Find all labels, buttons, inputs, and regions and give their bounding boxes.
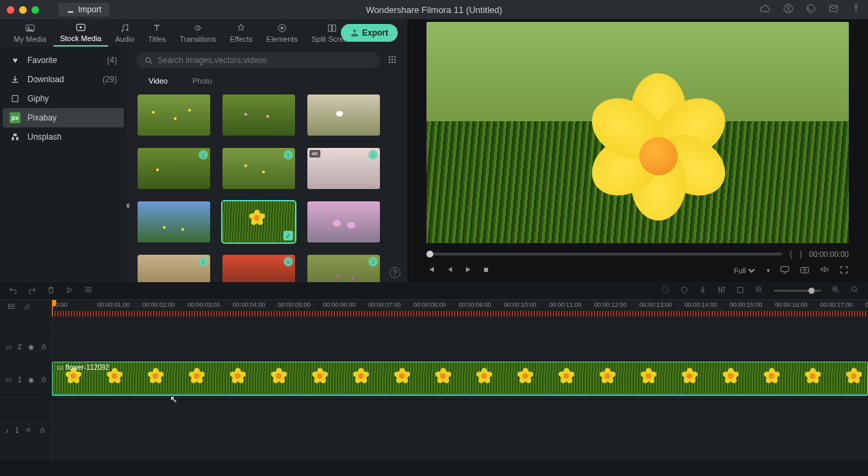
mute-icon[interactable] [25,426,33,435]
svg-point-34 [721,290,722,292]
media-thumb[interactable]: ↓ [307,255,380,282]
window-controls [7,6,39,14]
sidebar-item-download[interactable]: Download (29) [0,70,127,89]
zoom-in-icon[interactable] [831,285,841,297]
subtab-video[interactable]: Video [136,74,180,88]
quality-select[interactable]: Full [731,266,757,275]
svg-rect-12 [328,25,331,31]
track-content[interactable] [52,334,868,360]
visibility-icon[interactable]: ◉ [28,376,34,384]
media-thumb[interactable]: ↓ [138,148,210,189]
import-button[interactable]: Import [58,3,110,16]
media-thumb[interactable]: ↓ [222,148,295,189]
media-thumb[interactable]: 4K↓ [307,148,380,189]
media-thumb[interactable] [307,201,380,242]
volume-icon[interactable] [819,264,830,277]
support-icon[interactable] [806,3,816,16]
progress-knob[interactable] [426,251,433,258]
timecode: 00:00:00:00 [809,250,849,258]
sidebar-item-giphy[interactable]: Giphy [0,89,127,108]
stock-sidebar: ♥ Favorite (4) Download (29) Giphy px Pi… [0,47,127,282]
subtab-photo[interactable]: Photo [180,74,225,88]
media-thumb[interactable] [138,95,210,136]
timeline-panel: 00:0000:00:01:0000:00:02:0000:00:03:0000… [0,282,868,476]
collapse-sidebar-icon[interactable]: ◀ [127,201,129,209]
media-thumb[interactable]: ↓ [222,255,295,282]
tab-my-media[interactable]: My Media [7,20,53,46]
track-content[interactable] [52,418,868,443]
grid-view-icon[interactable] [387,54,398,67]
fullscreen-icon[interactable] [839,265,849,277]
search-input[interactable] [157,55,372,65]
svg-point-35 [723,287,724,288]
mark-in-icon[interactable]: { [789,249,792,259]
video-clip[interactable]: ▭flower-112092 [52,362,868,396]
sidebar-item-favorite[interactable]: ♥ Favorite (4) [0,51,127,70]
link-icon[interactable] [23,303,31,314]
tab-stock-media[interactable]: Stock Media [53,19,109,47]
stop-icon[interactable] [482,266,490,276]
undo-icon[interactable] [8,285,18,297]
visibility-icon[interactable]: ◉ [28,343,34,351]
edit-menu-icon[interactable] [84,285,93,297]
snapshot-icon[interactable] [800,264,810,277]
media-thumb-selected[interactable]: ✓ [222,201,295,242]
timeline-toolbar [0,282,868,300]
split-icon[interactable] [65,286,74,297]
account-icon[interactable] [783,3,793,16]
display-icon[interactable] [780,264,790,277]
media-thumb[interactable]: ↓ [138,255,210,282]
svg-point-30 [67,291,68,292]
export-button[interactable]: Export [341,24,398,42]
lock-icon[interactable] [40,343,47,351]
lock-icon[interactable] [39,427,46,435]
media-thumb[interactable] [138,201,210,242]
download-badge-icon: ↓ [199,150,208,160]
tab-effects[interactable]: Effects [223,20,259,46]
tab-audio[interactable]: Audio [108,20,141,46]
render-icon[interactable] [661,285,670,297]
download-badge-icon: ↓ [199,257,208,266]
preview-video[interactable] [426,22,849,243]
media-thumb[interactable] [307,95,380,136]
svg-point-18 [394,55,396,58]
minimize-window-button[interactable] [19,6,27,14]
help-icon[interactable]: ? [390,267,400,278]
zoom-slider[interactable] [774,290,821,292]
tab-titles[interactable]: Titles [141,20,173,46]
video-track-icon: ▭ [5,376,12,384]
track-content[interactable]: ▭flower-112092 [52,360,868,399]
close-window-button[interactable] [7,6,14,14]
search-box[interactable] [136,52,380,68]
notifications-icon[interactable] [851,3,861,16]
zoom-knob[interactable] [808,288,815,294]
marker-icon[interactable] [680,286,689,297]
lock-icon[interactable] [40,376,47,384]
mark-out-icon[interactable]: } [800,249,802,259]
sidebar-item-unsplash[interactable]: Unsplash [0,127,127,147]
maximize-window-button[interactable] [31,6,39,14]
svg-rect-42 [42,346,45,349]
zoom-fit-icon[interactable] [850,285,860,297]
preview-progress[interactable] [426,253,782,255]
sidebar-item-pixabay[interactable]: px Pixabay [3,108,124,127]
zoom-out-icon[interactable] [754,285,764,297]
mixer-icon[interactable] [717,285,726,297]
media-thumb[interactable] [222,95,295,136]
step-back-icon[interactable] [445,265,454,276]
playhead[interactable] [52,300,53,316]
voiceover-icon[interactable] [698,286,707,297]
track-manager-icon[interactable] [7,303,16,314]
prev-frame-icon[interactable] [426,265,435,276]
tab-elements[interactable]: Elements [259,20,305,46]
timeline-ruler[interactable]: 00:0000:00:01:0000:00:02:0000:00:03:0000… [52,300,868,316]
tab-transitions[interactable]: Transitions [173,20,222,46]
play-icon[interactable] [463,265,472,276]
redo-icon[interactable] [27,285,37,297]
selected-check-icon: ✓ [283,231,293,240]
message-icon[interactable] [828,3,839,16]
crop-icon[interactable] [736,286,745,297]
svg-rect-3 [830,5,837,12]
delete-icon[interactable] [47,286,55,297]
cloud-icon[interactable] [760,3,771,16]
